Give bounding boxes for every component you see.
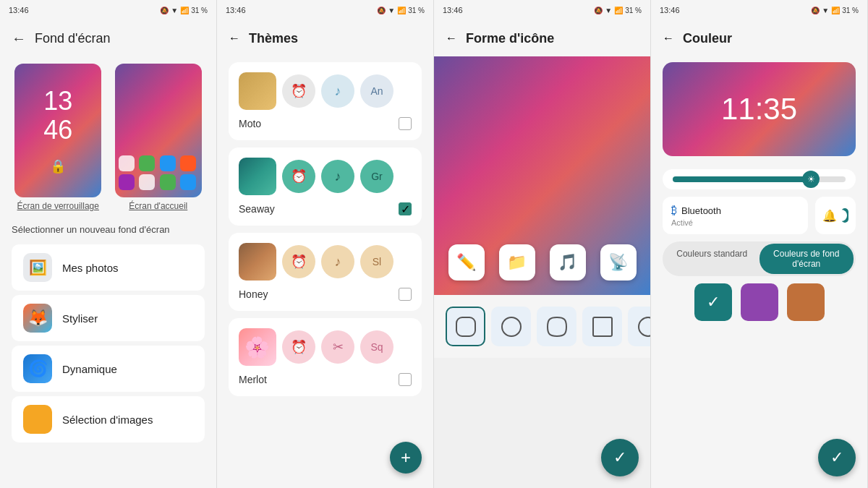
seaway-name: Seaway — [239, 203, 275, 215]
color-swatches: ✓ — [651, 283, 867, 321]
honey-sl-badge: Sl — [360, 245, 393, 278]
back-button-3[interactable]: ← — [446, 32, 457, 45]
shape-square[interactable] — [582, 307, 622, 346]
selection-label: Sélection d'images — [62, 414, 153, 426]
brightness-slider-container — [663, 169, 856, 189]
mute-icon-3: 🔕 — [594, 7, 603, 14]
brightness-slider[interactable] — [673, 176, 846, 182]
lock-screen-preview[interactable]: 1346 🔒 Écran de verrouillage — [12, 64, 105, 211]
merlot-clock-icon: ⏰ — [282, 330, 315, 364]
swatch-teal[interactable]: ✓ — [694, 283, 732, 321]
confirm-row-3: ✓ — [434, 427, 650, 488]
swatch-purple[interactable] — [741, 283, 778, 321]
merlot-footer: Merlot — [239, 372, 412, 386]
back-button-2[interactable]: ← — [229, 32, 240, 45]
battery-pct-4: 31 % — [842, 7, 859, 14]
moto-footer: Moto — [239, 116, 412, 130]
moto-an-badge: An — [360, 74, 393, 108]
signal-icon-3: 📶 — [614, 7, 623, 14]
merlot-checkbox[interactable] — [399, 373, 412, 386]
menu-item-dynamique[interactable]: 🌀 Dynamique — [12, 346, 205, 392]
dynamique-icon: 🌀 — [23, 354, 52, 383]
mute-icon: 🔕 — [160, 7, 169, 14]
shape-circle[interactable] — [491, 307, 531, 346]
app-dot — [139, 174, 155, 190]
shape-pebble[interactable] — [628, 307, 650, 346]
color-tabs: Couleurs standard Couleurs de fond d'écr… — [663, 241, 856, 276]
seaway-clock-icon: ⏰ — [282, 160, 315, 193]
page-title-4: Couleur — [683, 31, 732, 46]
themes-list: ⏰ ♪ An Moto ⏰ ♪ Gr Seaway ✓ — [217, 56, 433, 488]
time-3: 13:46 — [443, 6, 463, 14]
honey-checkbox[interactable] — [399, 288, 412, 301]
bt-header: ₿ Bluetooth — [671, 204, 799, 217]
color-preview-card: 11:35 — [663, 62, 856, 156]
battery-pct-3: 31 % — [625, 7, 642, 14]
seaway-icons-row: ⏰ ♪ Gr — [239, 158, 412, 195]
bluetooth-tile[interactable]: ₿ Bluetooth Activé — [663, 197, 808, 234]
selection-icon — [23, 405, 52, 434]
swatch-check-teal: ✓ — [707, 293, 720, 312]
time-1: 13:46 — [9, 6, 29, 14]
confirm-button-4[interactable]: ✓ — [818, 439, 856, 476]
merlot-music-icon: ✂ — [321, 330, 354, 364]
moto-icons-row: ⏰ ♪ An — [239, 72, 412, 110]
mute-icon-4: 🔕 — [811, 7, 820, 14]
seaway-wallpaper-thumb — [239, 158, 276, 195]
back-button-1[interactable]: ← — [12, 30, 26, 47]
merlot-icons-row: ⏰ ✂ Sq — [239, 328, 412, 366]
wifi-icon-3: ▼ — [605, 7, 612, 14]
theme-merlot[interactable]: ⏰ ✂ Sq Merlot — [229, 318, 422, 396]
app-icon-music: 🎵 — [550, 244, 586, 281]
signal-icon-4: 📶 — [831, 7, 840, 14]
status-icons-3: 🔕 ▼ 📶 31 % — [594, 7, 642, 14]
signal-icon: 📶 — [180, 7, 189, 14]
shape-squircle[interactable] — [537, 307, 576, 346]
swatch-brown[interactable] — [787, 283, 825, 321]
quick-toggles: ₿ Bluetooth Activé 🔔 — [651, 197, 867, 234]
status-bar-4: 13:46 🔕 ▼ 📶 31 % — [651, 0, 867, 20]
fab-add-button[interactable]: + — [390, 442, 422, 474]
bluetooth-icon: ₿ — [671, 204, 677, 217]
photos-label: Mes photos — [62, 262, 119, 274]
signal-icon-2: 📶 — [397, 7, 406, 14]
back-button-4[interactable]: ← — [663, 32, 674, 45]
lock-icon: 🔒 — [50, 158, 66, 174]
lock-preview-box: 1346 🔒 — [14, 64, 101, 197]
home-label: Écran d'accueil — [129, 201, 187, 211]
theme-moto[interactable]: ⏰ ♪ An Moto — [229, 62, 422, 140]
home-screen-preview[interactable]: Écran d'accueil — [112, 64, 205, 211]
seaway-checkbox[interactable]: ✓ — [399, 202, 412, 215]
bell-toggle[interactable] — [841, 208, 848, 223]
moto-music-icon: ♪ — [321, 74, 354, 108]
theme-seaway[interactable]: ⏰ ♪ Gr Seaway ✓ — [229, 147, 422, 226]
seaway-gr-badge: Gr — [360, 160, 393, 193]
wifi-icon-4: ▼ — [822, 7, 829, 14]
app-grid — [119, 155, 198, 190]
confirm-button-3[interactable]: ✓ — [601, 439, 639, 476]
bluetooth-title: Bluetooth — [681, 205, 721, 216]
tab-wallpaper[interactable]: Couleurs de fond d'écran — [760, 244, 854, 274]
shape-rounded-square[interactable] — [446, 307, 485, 346]
bell-tile[interactable]: 🔔 — [815, 197, 856, 234]
moto-clock-icon: ⏰ — [282, 74, 315, 108]
panel-themes: 13:46 🔕 ▼ 📶 31 % ← Thèmes ⏰ ♪ An Moto — [217, 0, 434, 488]
lock-label: Écran de verrouillage — [17, 201, 99, 211]
battery-pct-2: 31 % — [408, 7, 425, 14]
mute-icon-2: 🔕 — [377, 7, 386, 14]
menu-item-photos[interactable]: 🖼️ Mes photos — [12, 244, 205, 291]
moto-checkbox[interactable] — [399, 117, 412, 130]
tab-standard[interactable]: Couleurs standard — [665, 244, 760, 274]
merlot-name: Merlot — [239, 374, 267, 385]
panel-forme-icone: 13:46 🔕 ▼ 📶 31 % ← Forme d'icône ✏️ 📁 🎵 … — [434, 0, 651, 488]
honey-clock-icon: ⏰ — [282, 245, 315, 278]
theme-honey[interactable]: ⏰ ♪ Sl Honey — [229, 233, 422, 311]
merlot-wallpaper-thumb — [239, 328, 276, 366]
app-dot — [119, 155, 135, 171]
top-bar-4: ← Couleur — [651, 20, 867, 56]
menu-item-styliser[interactable]: 🦊 Styliser — [12, 295, 205, 341]
app-dot — [160, 155, 176, 171]
time-4: 13:46 — [660, 6, 680, 14]
menu-item-selection[interactable]: Sélection d'images — [12, 396, 205, 442]
status-bar-3: 13:46 🔕 ▼ 📶 31 % — [434, 0, 650, 20]
